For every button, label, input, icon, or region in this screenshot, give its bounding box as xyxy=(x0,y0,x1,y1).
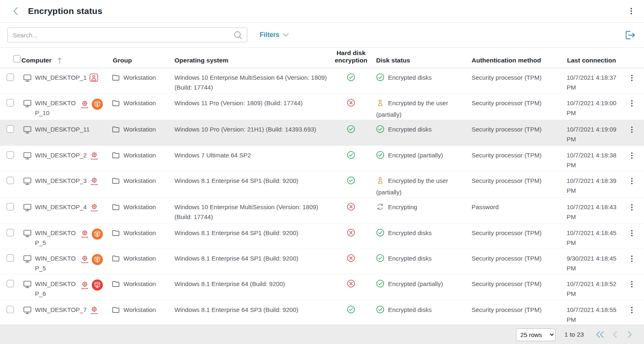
computer-cell[interactable]: WIN_DESKTOP_5 xyxy=(21,254,106,273)
row-actions-menu[interactable] xyxy=(623,228,639,238)
auth-method: Security processor (TPM) xyxy=(472,99,542,106)
search-input[interactable] xyxy=(13,32,233,39)
disk-status-label: Encrypted disks xyxy=(388,229,432,236)
last-connection-cell: 9/30/2021 4:18:45 PM xyxy=(560,254,623,273)
computer-cell[interactable]: WIN_DESKTOP_5 xyxy=(21,228,106,248)
page-actions-menu[interactable] xyxy=(626,6,637,16)
row-checkbox[interactable] xyxy=(7,254,14,262)
hdd-encryption-cell xyxy=(332,254,370,265)
column-header-group[interactable]: Group xyxy=(106,57,168,68)
disk-status-check-circle-icon xyxy=(376,73,384,84)
previous-page-button[interactable] xyxy=(609,329,620,340)
hdd-encryption-cell xyxy=(332,73,370,84)
row-checkbox[interactable] xyxy=(7,306,14,313)
chevron-left-icon xyxy=(12,7,19,16)
computer-name: WIN_DESKTOP_4 xyxy=(35,202,87,212)
back-button[interactable] xyxy=(12,6,21,16)
column-header-hdd[interactable]: Hard disk encryption xyxy=(332,49,370,68)
column-header-auth[interactable]: Authentication method xyxy=(465,57,560,68)
user-badge-icon xyxy=(89,73,98,82)
column-header-computer[interactable]: Computer xyxy=(21,57,106,68)
disk-status-label: Encrypted by the user (partially) xyxy=(376,99,448,118)
row-checkbox[interactable] xyxy=(7,280,14,287)
folder-icon xyxy=(112,126,120,136)
group-cell[interactable]: Workstation xyxy=(106,254,168,265)
select-all-checkbox[interactable] xyxy=(13,55,21,62)
computer-status-badges xyxy=(89,150,99,161)
row-actions-menu[interactable] xyxy=(623,125,639,134)
row-actions-menu[interactable] xyxy=(623,150,639,160)
row-actions-menu[interactable] xyxy=(623,202,639,212)
group-cell[interactable]: Workstation xyxy=(106,176,168,187)
disk-status-label: Encrypted disks xyxy=(388,255,432,262)
folder-icon xyxy=(112,280,120,290)
monitor-icon xyxy=(23,306,32,317)
row-checkbox[interactable] xyxy=(7,99,14,106)
auth-method-cell: Security processor (TPM) xyxy=(465,150,560,160)
os-name: Windows 7 Ultimate 64 SP2 xyxy=(174,152,251,159)
computer-cell[interactable]: WIN_DESKTOP_11 xyxy=(21,125,106,137)
os-cell: Windows 8.1 Enterprise 64 (Build: 9200) xyxy=(168,279,332,289)
column-header-disk-status[interactable]: Disk status xyxy=(370,57,465,68)
last-connection: 9/30/2021 4:18:45 PM xyxy=(567,255,616,272)
monitor-icon xyxy=(23,125,32,137)
row-checkbox-cell xyxy=(7,150,21,162)
computers-table: Computer Group Operating system Hard dis… xyxy=(0,48,644,325)
row-actions-menu[interactable] xyxy=(623,254,639,263)
hdd-encryption-cell xyxy=(332,305,370,316)
last-connection: 10/7/2021 4:18:37 PM xyxy=(567,74,616,91)
search-box[interactable] xyxy=(7,28,247,42)
disk-status-label: Encrypting xyxy=(388,203,417,210)
computer-name: WIN_DESKTOP_11 xyxy=(35,125,90,134)
computer-status-badges xyxy=(89,202,99,212)
row-actions-menu[interactable] xyxy=(623,98,639,108)
group-cell[interactable]: Workstation xyxy=(106,150,168,162)
computer-cell[interactable]: WIN_DESKTOP_2 xyxy=(21,150,106,163)
row-actions-menu[interactable] xyxy=(623,73,639,82)
row-actions-menu[interactable] xyxy=(623,279,639,289)
group-name: Workstation xyxy=(123,254,156,263)
disk-status-cell: Encrypted disks xyxy=(370,228,465,240)
filters-button[interactable]: Filters xyxy=(260,31,289,39)
group-cell[interactable]: Workstation xyxy=(106,228,168,239)
computer-cell[interactable]: WIN_DESKTOP_7 xyxy=(21,305,106,317)
next-page-button[interactable] xyxy=(624,329,635,340)
disk-status-check-circle-icon xyxy=(376,254,384,265)
double-chevron-left-icon xyxy=(595,331,604,338)
os-name: Windows 8.1 Enterprise 64 (Build: 9200) xyxy=(174,280,285,287)
first-page-button[interactable] xyxy=(595,329,605,340)
row-actions-menu[interactable] xyxy=(623,176,639,185)
group-cell[interactable]: Workstation xyxy=(106,305,168,316)
row-checkbox[interactable] xyxy=(7,74,14,81)
group-cell[interactable]: Workstation xyxy=(106,202,168,213)
column-header-last-connection[interactable]: Last connection xyxy=(560,57,623,68)
computer-cell[interactable]: WIN_DESKTOP_4 xyxy=(21,202,106,215)
hdd-encryption-cell xyxy=(332,125,370,136)
pagination-bar: 25 rows 1 to 23 xyxy=(0,325,644,344)
group-cell[interactable]: Workstation xyxy=(106,73,168,84)
rows-per-page-select[interactable]: 25 rows xyxy=(516,328,556,341)
row-checkbox[interactable] xyxy=(7,151,14,159)
table-row: WIN_DESKTOP_2WorkstationWindows 7 Ultima… xyxy=(0,146,644,171)
computer-cell[interactable]: WIN_DESKTOP_10 xyxy=(21,98,106,118)
row-actions-menu[interactable] xyxy=(623,305,639,314)
export-button[interactable] xyxy=(623,28,637,42)
last-connection: 10/7/2021 4:18:43 PM xyxy=(567,203,616,220)
computer-cell[interactable]: WIN_DESKTOP_3 xyxy=(21,176,106,188)
row-checkbox[interactable] xyxy=(7,177,14,184)
group-cell[interactable]: Workstation xyxy=(106,125,168,136)
row-checkbox[interactable] xyxy=(7,125,14,133)
monitor-icon xyxy=(23,203,32,215)
hdd-encryption-cell xyxy=(332,150,370,162)
computer-cell[interactable]: WIN_DESKTOP_6 xyxy=(21,279,106,299)
group-cell[interactable]: Workstation xyxy=(106,279,168,290)
row-checkbox[interactable] xyxy=(7,229,14,236)
computer-cell[interactable]: WIN_DESKTOP_1 xyxy=(21,73,106,85)
table-row: WIN_DESKTOP_4WorkstationWindows 10 Enter… xyxy=(0,198,644,223)
hdd-x-circle-icon xyxy=(347,231,355,238)
row-checkbox[interactable] xyxy=(7,203,14,210)
gear-warning-icon xyxy=(80,280,90,290)
table-row: WIN_DESKTOP_1WorkstationWindows 10 Enter… xyxy=(0,68,644,94)
group-cell[interactable]: Workstation xyxy=(106,98,168,109)
column-header-os[interactable]: Operating system xyxy=(168,57,332,68)
